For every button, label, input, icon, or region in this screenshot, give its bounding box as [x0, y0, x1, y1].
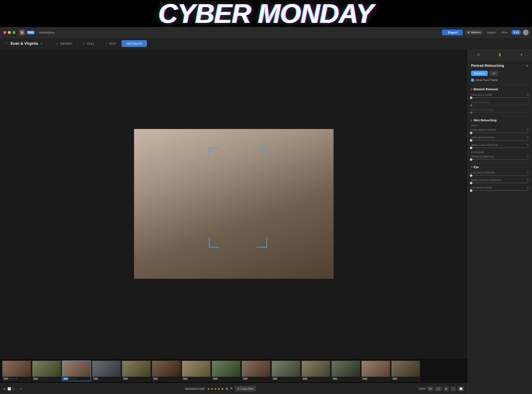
nav-step-edit[interactable]: ✓ EDIT — [100, 40, 122, 47]
star-rating: ★ ★ ★ ★ ★ — [207, 387, 224, 390]
settings-icon[interactable]: ⚙ — [526, 64, 529, 67]
film-thumb[interactable]: RAW — [242, 361, 271, 381]
film-strip: RAW★★★★★ RAW☆☆☆☆☆ RAW★★★★★ RAW RAW — [0, 358, 468, 383]
dark-circles-thumb[interactable] — [470, 182, 472, 184]
project-title: Evan & Virginia — [10, 41, 38, 46]
check-icon: ✓ — [56, 41, 59, 46]
more-button[interactable]: More — [500, 30, 509, 35]
eye-bags-header: EYE BAGS REMOVAL 0 — [471, 171, 529, 174]
show-face-frame-checkbox[interactable]: ✓ — [471, 79, 474, 82]
nav-steps: ✓ IMPORT ✓ CULL ✓ EDIT RETOUCH — [51, 40, 528, 47]
film-thumb[interactable]: RAW — [182, 361, 211, 381]
film-thumb[interactable]: RAW — [331, 361, 360, 381]
film-thumb[interactable]: RAW — [92, 361, 121, 381]
face-smoothening-value: 0 — [527, 129, 529, 131]
dark-circles-track[interactable] — [471, 183, 529, 183]
credits-badge: $ 32 — [512, 30, 521, 35]
freckle-acne-thumb[interactable] — [470, 97, 472, 99]
acne-removal-thumb[interactable] — [470, 104, 472, 107]
divider — [471, 163, 529, 163]
cyber-banner-text: CYBER MONDAY — [158, 0, 373, 29]
acne-removal-track[interactable] — [471, 105, 529, 105]
portrait-title: Portrait Retouching — [471, 64, 504, 68]
blemish-removal-title: Blemish Removal — [474, 88, 498, 91]
face-smoothening-track[interactable] — [471, 133, 529, 133]
panel-tab-portrait[interactable]: 🧍 — [495, 51, 505, 59]
view-button-2[interactable]: ⬚ — [451, 387, 456, 391]
nav-step-import[interactable]: ✓ IMPORT — [51, 40, 77, 47]
nav-left: ⌃ Evan & Virginia ↗ — [4, 41, 43, 47]
person-tab-1[interactable]: Person 1 — [471, 71, 488, 76]
grid-icon[interactable]: ⊞ — [3, 387, 6, 390]
freckle-removal-track[interactable] — [471, 112, 529, 113]
avatar[interactable] — [523, 30, 529, 35]
maximize-button[interactable] — [12, 31, 15, 34]
nav-collapse-button[interactable]: ⌃ — [4, 41, 9, 47]
freckle-acne-label: FRECKLE & ACNE — [471, 94, 492, 96]
support-button[interactable]: Support — [485, 30, 498, 35]
eye-brightness-label: EYE BRIGHTNESS — [471, 187, 492, 189]
face-smoothening-thumb[interactable] — [470, 132, 472, 134]
film-thumb[interactable]: RAW — [212, 361, 241, 381]
face-brightening-track[interactable] — [471, 140, 529, 141]
film-thumb[interactable]: RAW — [152, 361, 181, 381]
history-icon[interactable]: ↺ — [20, 387, 22, 390]
eye-bags-thumb[interactable] — [470, 174, 472, 177]
photo-wrapper — [134, 129, 334, 279]
filter-icon[interactable]: ▽ — [13, 387, 15, 390]
dark-circles-label: DARK CIRCLES REMOVAL — [471, 179, 501, 181]
export-button[interactable]: ↑ Export ↑ — [442, 30, 463, 35]
minimize-button[interactable] — [8, 31, 11, 34]
film-thumb[interactable]: RAW — [361, 361, 390, 381]
ratio-button[interactable]: 1:1 — [435, 387, 442, 391]
close-button[interactable] — [3, 31, 6, 34]
smile-lines-thumb[interactable] — [470, 147, 472, 149]
nav-step-retouch[interactable]: RETOUCH — [122, 40, 147, 47]
fit-button[interactable]: Fit — [427, 387, 433, 391]
film-thumb[interactable]: RAW☆☆☆☆☆ — [32, 361, 61, 381]
eye-brightness-track[interactable] — [471, 190, 529, 191]
step-label: IMPORT — [60, 42, 72, 45]
color-label[interactable] — [226, 388, 228, 390]
marketplace-link[interactable]: Marketplace — [39, 31, 55, 34]
sort-icon[interactable]: ↕ — [17, 387, 18, 390]
film-thumb[interactable]: RAW — [271, 361, 300, 381]
filename: IMG00310.NEF — [185, 387, 205, 390]
view-button-1[interactable]: ⊞ — [443, 387, 449, 391]
smile-lines-header: SMILE LINES REMOVAL 0 — [471, 144, 529, 146]
panel-tab-erase[interactable]: ✦ — [517, 51, 526, 59]
eye-brightness-thumb[interactable] — [470, 189, 472, 192]
person-tab-all[interactable]: All — [489, 71, 498, 76]
eye-bags-track[interactable] — [471, 175, 529, 176]
film-thumb[interactable]: RAW — [122, 361, 151, 381]
zoom-level: 100% — [419, 387, 426, 390]
film-thumb-active[interactable]: RAW★★★★★ — [62, 361, 91, 381]
wrinkle-removal-thumb[interactable] — [470, 158, 472, 161]
medium-badge[interactable]: ⚡ Medium — [465, 30, 483, 35]
film-thumb[interactable]: RAW — [301, 361, 330, 381]
copy-edits-button[interactable]: ⎘ Copy Edits — [235, 386, 256, 392]
film-thumb[interactable]: RAW★★★★★ — [2, 361, 31, 381]
flag-icon: ⚑ — [230, 387, 233, 391]
wrinkle-removal-track[interactable] — [471, 159, 529, 160]
panel-content: Portrait Retouching ⚙ Person 1 All ✓ Sho… — [468, 60, 532, 394]
eye-section-header[interactable]: ▾ Eye — [471, 165, 529, 169]
panel-tab-history[interactable]: ↺ — [474, 51, 482, 59]
nav-step-cull[interactable]: ✓ CULL — [77, 40, 100, 47]
status-bar: ⊞ ⬜ ▽ ↕ ↺ IMG00310.NEF ★ ★ ★ ★ ★ ⚑ ⎘ Cop… — [0, 383, 468, 394]
chevron-down-icon: ▾ — [471, 88, 472, 91]
blemish-removal-header[interactable]: ▾ Blemish Removal — [471, 88, 529, 91]
single-icon[interactable]: ⬜ — [7, 387, 11, 390]
export-label: Export ↑ — [448, 31, 460, 34]
copy-icon: ⎘ — [238, 387, 239, 390]
smile-lines-track[interactable] — [471, 147, 529, 148]
view-button-3[interactable]: ⬜ — [458, 387, 464, 391]
skin-retouching-header[interactable]: ▾ Skin Retouching — [471, 119, 529, 122]
status-right: 100% Fit 1:1 ⊞ ⬚ ⬜ — [419, 387, 464, 391]
project-link-icon[interactable]: ↗ — [40, 42, 43, 45]
freckle-removal-thumb[interactable] — [470, 112, 472, 114]
freckle-acne-track[interactable] — [471, 97, 529, 98]
dark-circles-value: 0 — [527, 179, 529, 181]
film-thumb[interactable]: RAW — [391, 361, 420, 381]
face-brightening-thumb[interactable] — [470, 139, 472, 142]
